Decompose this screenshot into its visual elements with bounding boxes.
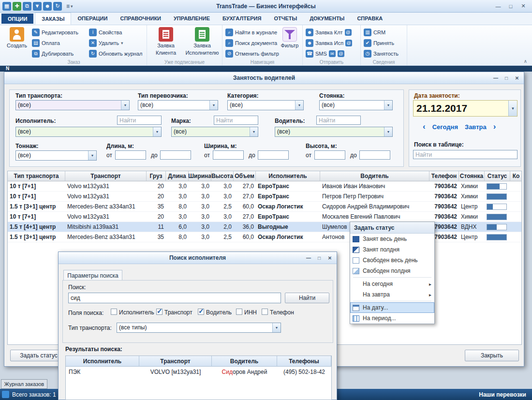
maximize-icon[interactable]: □ [315,254,324,262]
chevron-down-icon[interactable]: ▼ [121,101,129,110]
minimize-icon[interactable]: — [492,2,504,11]
refresh-journal-button[interactable]: ↻ Обновить журнал [89,49,142,59]
send-executor-request-button[interactable]: ☻ Заявка Исп @ [306,38,352,48]
table-row[interactable]: 10 т [7+1] Volvo м132уа31 20 3,0 3,0 3,0… [8,212,521,222]
close-button[interactable]: Закрыть [465,350,519,361]
carrier-type-select[interactable]: (все) ▼ [138,100,218,110]
width-to-input[interactable] [258,150,289,160]
tonnage-select[interactable]: (все) ▼ [15,150,97,161]
tab-accounting[interactable]: БУХГАЛТЕРИЯ [216,13,267,25]
close-icon[interactable]: ✕ [325,254,334,262]
transport-type-select[interactable]: (все) ▼ [15,100,130,110]
edit-order-button[interactable]: ✎ Редактировать [32,28,78,37]
table-row[interactable]: 10 т [7+1] Volvo м132уа31 20 3,0 3,0 3,0… [8,181,521,192]
send-sms-button[interactable]: ☎ SMS ✉ @ [306,49,344,59]
chevron-down-icon[interactable]: ▼ [295,101,303,110]
delete-button[interactable]: ✕ Удалить ▾ [89,38,123,48]
tab-directories[interactable]: СПРАВОЧНИКИ [114,13,167,25]
width-from-input[interactable] [213,150,244,160]
duplicate-button[interactable]: ⧉ Дублировать [32,49,74,59]
checkbox-inn[interactable] [236,309,242,315]
menu-item-free-full-day[interactable]: Свободен весь день [350,255,434,266]
menu-item-for-today[interactable]: На сегодня ▸ [350,279,434,289]
table-search-input[interactable] [413,150,517,159]
height-from-input[interactable] [314,150,345,160]
menu-item-busy-full-day[interactable]: Занят весь день [350,234,434,244]
dialog-titlebar[interactable]: Занятость водителей — □ ✕ [4,72,524,84]
col-header-phones[interactable]: Телефоны [277,356,331,367]
table-row-selected[interactable]: 1.5 т [4+1] центр Mitsibishi а139аа31 11… [8,222,521,232]
copy-icon[interactable]: ⧉ [23,2,31,11]
today-link[interactable]: Сегодня [432,123,458,131]
add-icon[interactable]: ✚ [13,2,21,11]
filter-icon[interactable]: ▼ [33,2,42,11]
result-row[interactable]: ПЭК VOLVO [м132уа31] Сидоров Андрей (495… [66,367,331,377]
tab-orders[interactable]: ЗАКАЗЫ [35,13,71,25]
tomorrow-link[interactable]: Завтра [465,123,487,131]
chevron-down-icon[interactable]: ▼ [88,151,96,160]
cancel-filter-button[interactable]: ⊘ Отменить фильтр [225,49,279,59]
col-header-cargo[interactable]: Груз [147,171,166,181]
length-to-input[interactable] [160,150,191,160]
create-order-button[interactable]: Создать [4,27,30,49]
menu-item-busy-half-day[interactable]: Занят полдня [350,244,434,255]
checkbox-phone[interactable] [262,309,268,315]
table-row[interactable]: 10 т [7+1] Volvo м132уа31 20 3,0 3,0 3,0… [8,192,521,202]
tab-reports[interactable]: ОТЧЕТЫ [267,13,303,25]
send-client-request-button[interactable]: ☻ Заявка Клт @ [306,28,352,37]
col-header-status[interactable]: Статус [485,171,510,181]
payment-button[interactable]: ▤ Оплата [32,38,60,48]
refresh-icon[interactable]: ↻ [53,2,62,11]
journal-orders-tab[interactable]: Журнал заказов [1,379,47,389]
chevron-right-icon[interactable]: › [493,122,496,132]
filter-button[interactable]: Фильтр [279,27,301,49]
checkbox-executor[interactable] [111,309,117,315]
client-request-button[interactable]: Заявка Клиента [150,27,182,56]
collapse-ribbon-icon[interactable]: ∧ [524,59,527,64]
tab-management[interactable]: УПРАВЛЕНИЕ [167,13,216,25]
tab-help[interactable]: СПРАВКА [351,13,389,25]
find-document-button[interactable]: ⌕ Поиск документа [225,38,277,48]
busy-date-picker[interactable]: 21.12.2017 ▼ [413,100,517,117]
tab-operations[interactable]: ОПЕРАЦИИ [71,13,114,25]
busy-button[interactable]: ◷ Занятость [364,49,399,59]
chevron-down-icon[interactable]: ▼ [272,323,281,332]
close-icon[interactable]: ✕ [517,2,529,11]
col-header-driver[interactable]: Водитель [212,356,277,367]
menu-item-free-half-day[interactable]: Свободен полдня [350,266,434,276]
executor-request-button[interactable]: Заявка Исполнителю [184,27,221,56]
height-to-input[interactable] [359,150,390,160]
executor-search-input[interactable] [117,116,162,125]
table-row[interactable]: 1.5 т [3+1] центр Mercedes-Benz а334ап31… [8,232,521,242]
chevron-down-icon[interactable]: ▼ [209,101,218,110]
accept-button[interactable]: ✔ Принять [364,38,394,48]
menu-item-on-period[interactable]: На период... [350,313,434,324]
col-header-executor[interactable]: Исполнитель [66,356,139,367]
transport-type-select[interactable]: (все типы) ▼ [117,323,281,333]
col-header-phone[interactable]: Телефон [429,171,459,181]
col-header-parking[interactable]: Стоянка [459,171,485,181]
col-header-transport[interactable]: Транспорт [139,356,212,367]
user-icon[interactable]: ☻ [43,2,52,11]
col-header-executor[interactable]: Исполнитель [256,171,320,181]
col-header-ko[interactable]: Ко [510,171,522,181]
col-header-volume[interactable]: Объем [234,171,256,181]
properties-button[interactable]: i Свойства [89,28,122,37]
tab-search-params[interactable]: Параметры поиска [63,270,122,281]
table-row[interactable]: 1.5 т [3+1] центр Mercedes-Benz а334ап31… [8,202,521,212]
search-input[interactable] [68,293,281,303]
tab-documents[interactable]: ДОКУМЕНТЫ [303,13,351,25]
brand-select[interactable]: (все) ▼ [171,127,258,137]
chevron-down-icon[interactable]: ▼ [384,127,392,136]
col-header-height[interactable]: Высота [211,171,234,181]
maximize-icon[interactable]: □ [505,2,517,11]
chevron-down-icon[interactable]: ▼ [153,127,161,136]
find-button[interactable]: Найти [285,293,329,303]
menu-icon[interactable]: ≡ ▾ [66,3,73,10]
driver-search-input[interactable] [316,116,361,125]
dialog-titlebar[interactable]: Поиск исполнителя — □ ✕ [59,252,337,264]
parking-select[interactable]: (все) ▼ [319,100,393,110]
close-icon[interactable]: ✕ [513,74,521,82]
chevron-down-icon[interactable]: ▼ [250,127,258,136]
chevron-left-icon[interactable]: ‹ [423,122,426,132]
